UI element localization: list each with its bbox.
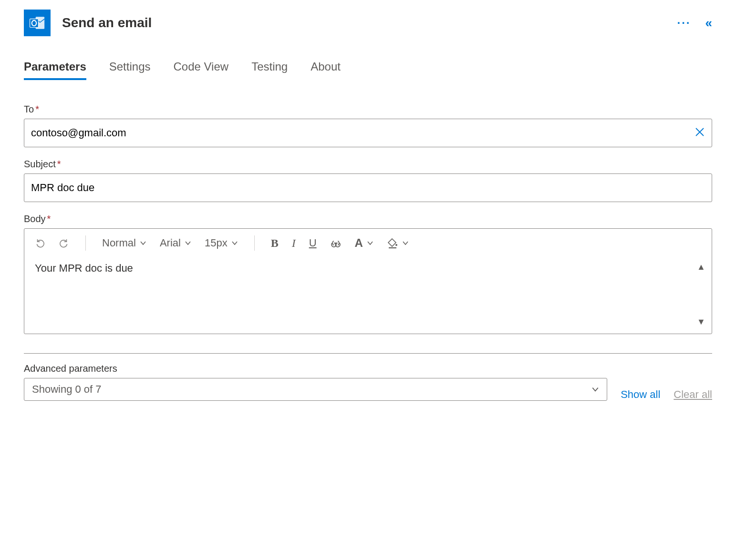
close-icon <box>695 127 705 137</box>
subject-input[interactable] <box>31 174 705 202</box>
advanced-showing-text: Showing 0 of 7 <box>32 383 102 396</box>
chevron-down-icon <box>591 386 599 393</box>
chevron-down-icon <box>367 240 373 246</box>
font-select[interactable]: Arial <box>160 237 191 249</box>
undo-button[interactable] <box>35 238 45 248</box>
subject-input-wrap <box>24 173 712 202</box>
panel-header: Send an email ··· « <box>24 10 712 36</box>
tab-parameters[interactable]: Parameters <box>24 60 86 80</box>
tab-about[interactable]: About <box>311 60 341 80</box>
toolbar-divider <box>85 235 86 251</box>
body-label: Body* <box>24 214 712 224</box>
underline-button[interactable]: U <box>309 237 317 249</box>
highlight-color-button[interactable] <box>387 237 409 249</box>
section-divider <box>24 353 712 354</box>
tab-testing[interactable]: Testing <box>251 60 288 80</box>
to-label: To* <box>24 104 712 115</box>
advanced-parameters-row: Advanced parameters Showing 0 of 7 Show … <box>24 363 712 401</box>
chevron-down-icon <box>185 240 191 246</box>
paint-bucket-icon <box>387 237 398 249</box>
body-scrollbar: ▲ ▼ <box>691 257 712 334</box>
size-select[interactable]: 15px <box>205 237 238 249</box>
collapse-panel-button[interactable]: « <box>705 16 712 31</box>
advanced-label: Advanced parameters <box>24 363 607 374</box>
svg-point-5 <box>395 244 397 246</box>
to-input-wrap <box>24 119 712 147</box>
panel-title: Send an email <box>62 15 666 31</box>
chevron-down-icon <box>402 240 409 246</box>
body-textarea[interactable]: Your MPR doc is due <box>24 257 691 334</box>
font-color-button[interactable]: A <box>355 236 373 250</box>
bold-button[interactable]: B <box>271 237 279 250</box>
to-field-group: To* <box>24 104 712 147</box>
outlook-icon <box>24 10 51 36</box>
to-input[interactable] <box>31 119 695 147</box>
undo-icon <box>35 238 45 248</box>
body-editor: Normal Arial 15px B I U A <box>24 228 712 334</box>
redo-icon <box>59 238 69 248</box>
italic-button[interactable]: I <box>292 237 296 250</box>
body-field-group: Body* Normal Arial 15px B <box>24 214 712 334</box>
clear-all-link[interactable]: Clear all <box>674 388 712 401</box>
advanced-parameters-select[interactable]: Showing 0 of 7 <box>24 378 607 401</box>
chevron-down-icon <box>140 240 146 246</box>
redo-button[interactable] <box>59 238 69 248</box>
link-icon <box>330 238 342 248</box>
clear-to-button[interactable] <box>695 126 705 141</box>
toolbar-divider <box>254 235 255 251</box>
required-marker: * <box>35 104 39 114</box>
required-marker: * <box>47 214 51 224</box>
more-options-button[interactable]: ··· <box>677 16 691 30</box>
subject-label: Subject* <box>24 159 712 170</box>
required-marker: * <box>57 159 61 169</box>
editor-toolbar: Normal Arial 15px B I U A <box>24 229 712 257</box>
scroll-down-button[interactable]: ▼ <box>697 317 705 327</box>
style-select[interactable]: Normal <box>102 237 146 249</box>
tab-bar: Parameters Settings Code View Testing Ab… <box>24 60 712 80</box>
scroll-up-button[interactable]: ▲ <box>697 262 705 272</box>
show-all-link[interactable]: Show all <box>621 388 660 401</box>
tab-settings[interactable]: Settings <box>109 60 151 80</box>
subject-field-group: Subject* <box>24 159 712 202</box>
tab-code-view[interactable]: Code View <box>173 60 228 80</box>
chevron-down-icon <box>231 240 238 246</box>
link-button[interactable] <box>330 238 342 248</box>
